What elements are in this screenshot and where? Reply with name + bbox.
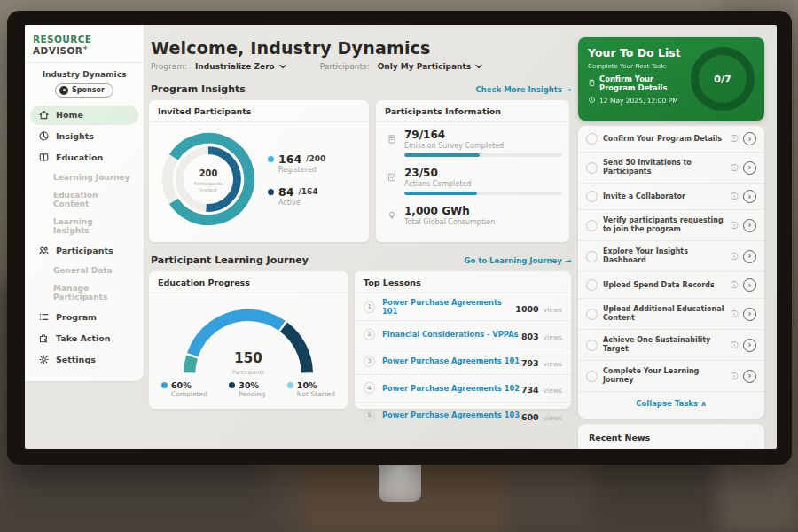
task-checkbox[interactable] bbox=[586, 162, 598, 174]
task-checkbox[interactable] bbox=[586, 133, 598, 145]
task-go-button[interactable]: › bbox=[743, 278, 756, 292]
legend-entry-registered: 164/200 Registered bbox=[268, 153, 325, 174]
recent-news-card: Recent News bbox=[578, 424, 764, 449]
lesson-rank: 5 bbox=[364, 410, 375, 421]
task-row[interactable]: Upload Spend Data Records ⓘ › bbox=[578, 272, 764, 299]
recent-news-title: Recent News bbox=[578, 424, 764, 449]
program-value: Industrialize Zero bbox=[195, 62, 275, 71]
legend-value: 60% bbox=[171, 380, 192, 390]
sidebar-item-education[interactable]: Education bbox=[30, 148, 138, 168]
main-content: Welcome, Industry Dynamics Program: Indu… bbox=[149, 25, 573, 449]
lesson-link[interactable]: Power Purchase Agreements 101 bbox=[382, 298, 515, 316]
task-row[interactable]: Achieve One Sustainability Target ⓘ › bbox=[578, 330, 764, 361]
task-checkbox[interactable] bbox=[586, 191, 598, 202]
task-checkbox[interactable] bbox=[586, 220, 598, 231]
insights-pie-icon bbox=[38, 130, 50, 142]
info-icon[interactable]: ⓘ bbox=[731, 163, 738, 173]
sidebar-item-settings[interactable]: Settings bbox=[30, 350, 138, 370]
task-go-button[interactable]: › bbox=[743, 219, 756, 232]
info-icon[interactable]: ⓘ bbox=[731, 309, 738, 319]
task-checkbox[interactable] bbox=[586, 309, 598, 320]
task-go-button[interactable]: › bbox=[743, 308, 756, 321]
sidebar-item-manage-participants[interactable]: Manage Participants bbox=[30, 280, 138, 306]
task-go-button[interactable]: › bbox=[743, 190, 756, 203]
legend-value: 84 bbox=[278, 185, 293, 199]
sidebar-item-insights[interactable]: Insights bbox=[30, 127, 138, 146]
sponsor-badge: Sponsor bbox=[55, 83, 113, 98]
stat-label: Actions Completed bbox=[404, 180, 562, 188]
sidebar-item-home[interactable]: Home bbox=[30, 106, 138, 125]
task-row[interactable]: Confirm Your Program Details ⓘ › bbox=[578, 126, 764, 153]
sidebar-item-label: Settings bbox=[56, 355, 96, 364]
sidebar-item-take-action[interactable]: Take Action bbox=[30, 329, 138, 348]
task-label: Upload Spend Data Records bbox=[603, 281, 725, 290]
task-checkbox[interactable] bbox=[586, 279, 598, 291]
legend-label: Active bbox=[278, 199, 325, 207]
collapse-tasks-link[interactable]: Collapse Tasks ∧ bbox=[578, 392, 764, 415]
gauge-legend: 60% Completed 30% Pending 10% Not Starte… bbox=[149, 379, 348, 398]
sidebar-item-general-data[interactable]: General Data bbox=[30, 262, 138, 279]
lesson-link[interactable]: Power Purchase Agreements 102 bbox=[382, 384, 521, 393]
chevron-up-icon: ∧ bbox=[700, 399, 707, 408]
sidebar: RESOURCE ADVISOR+ Industry Dynamics Spon… bbox=[25, 25, 144, 381]
progress-bar bbox=[404, 153, 562, 157]
task-row[interactable]: Verify participants requesting to join t… bbox=[578, 210, 764, 241]
go-to-learning-journey-link[interactable]: Go to Learning Journey → bbox=[464, 256, 571, 265]
lesson-row: 4 Power Purchase Agreements 102 734 view… bbox=[355, 375, 571, 402]
organization-name: Industry Dynamics bbox=[25, 70, 144, 79]
sidebar-item-learning-journey[interactable]: Learning Journey bbox=[30, 169, 138, 186]
todo-title: Your To Do List bbox=[588, 46, 691, 59]
gauge-wrap: 150 Participants bbox=[149, 293, 348, 379]
todo-progress-value: 0/7 bbox=[714, 74, 731, 85]
sidebar-item-participants[interactable]: Participants bbox=[30, 241, 138, 261]
task-row[interactable]: Complete Your Learning Journey ⓘ › bbox=[578, 361, 764, 392]
info-icon[interactable]: ⓘ bbox=[731, 372, 738, 381]
task-go-button[interactable]: › bbox=[743, 132, 756, 145]
task-go-button[interactable]: › bbox=[743, 370, 756, 383]
sidebar-item-program[interactable]: Program bbox=[30, 308, 138, 327]
home-icon bbox=[38, 109, 50, 121]
invited-participants-card: Invited Participants 200 Participants In… bbox=[149, 100, 369, 242]
chevron-right-icon: › bbox=[748, 220, 752, 230]
task-row[interactable]: Explore Your Insights Dashboard ⓘ › bbox=[578, 241, 764, 272]
collapse-label: Collapse Tasks bbox=[636, 399, 698, 408]
task-row[interactable]: Send 50 Invitations to Participants ⓘ › bbox=[578, 153, 764, 184]
task-go-button[interactable]: › bbox=[743, 339, 756, 352]
views-count: 803 bbox=[521, 332, 539, 341]
filter-bar: Program: Industrialize Zero Participants… bbox=[151, 62, 573, 71]
lesson-views: 1000 views bbox=[515, 299, 562, 316]
lesson-rank: 2 bbox=[364, 329, 375, 340]
lesson-rank: 3 bbox=[364, 356, 375, 367]
legend-value: 164 bbox=[278, 153, 301, 166]
check-more-insights-link[interactable]: Check More Insights → bbox=[476, 85, 571, 94]
sidebar-item-label: Learning Insights bbox=[53, 217, 93, 235]
program-dropdown[interactable]: Program: Industrialize Zero bbox=[151, 62, 286, 71]
sidebar-item-learning-insights[interactable]: Learning Insights bbox=[30, 214, 138, 239]
lesson-link[interactable]: Power Purchase Agreements 103 bbox=[382, 411, 521, 419]
legend-total: /200 bbox=[306, 154, 325, 163]
task-row[interactable]: Invite a Collaborator ⓘ › bbox=[578, 184, 764, 210]
page-title: Welcome, Industry Dynamics bbox=[151, 38, 573, 58]
task-checkbox[interactable] bbox=[586, 371, 598, 382]
info-icon[interactable]: ⓘ bbox=[731, 134, 738, 144]
task-checkbox[interactable] bbox=[586, 251, 598, 262]
task-checkbox[interactable] bbox=[586, 340, 598, 351]
info-icon[interactable]: ⓘ bbox=[731, 192, 738, 201]
task-go-button[interactable]: › bbox=[743, 250, 756, 263]
legend-label: Completed bbox=[171, 390, 207, 398]
todo-next-task[interactable]: Confirm Your Program Details bbox=[588, 74, 691, 92]
info-icon[interactable]: ⓘ bbox=[731, 221, 738, 231]
task-go-button[interactable]: › bbox=[743, 161, 756, 175]
info-icon[interactable]: ⓘ bbox=[731, 340, 738, 350]
participants-dropdown[interactable]: Participants: Only My Participants bbox=[320, 62, 482, 71]
task-row[interactable]: Upload Additional Educational Content ⓘ … bbox=[578, 299, 764, 330]
chevron-right-icon: › bbox=[748, 280, 752, 290]
info-icon[interactable]: ⓘ bbox=[731, 252, 738, 262]
chevron-right-icon: › bbox=[748, 192, 752, 201]
views-count: 600 bbox=[521, 412, 539, 422]
sidebar-item-label: Education bbox=[56, 153, 103, 162]
lesson-link[interactable]: Financial Considerations - VPPAs bbox=[382, 330, 521, 339]
info-icon[interactable]: ⓘ bbox=[731, 280, 738, 290]
sidebar-item-education-content[interactable]: Education Content bbox=[30, 187, 138, 213]
lesson-link[interactable]: Power Purchase Agreements 101 bbox=[382, 356, 521, 365]
